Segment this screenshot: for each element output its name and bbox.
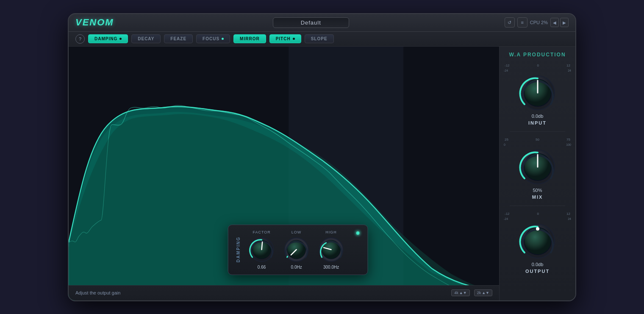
damping-led[interactable] xyxy=(356,231,360,235)
output-scale-far-left: -24 xyxy=(504,217,508,220)
output-scale-far-right: 24 xyxy=(568,217,571,220)
fft-2k-arrows: ▲▼ xyxy=(482,291,489,295)
tab-slope[interactable]: SLOPE xyxy=(305,34,334,43)
input-section: -12 0 12 -24 24 xyxy=(503,64,572,125)
tab-decay[interactable]: DECAY xyxy=(131,34,161,43)
top-right-controls: ↺ ≡ CPU 2% ◀ ▶ xyxy=(505,17,569,28)
tab-mirror-label: MIRROR xyxy=(240,36,260,41)
top-bar: VENOM Default ↺ ≡ CPU 2% ◀ ▶ xyxy=(69,14,575,32)
brand-label: W.A PRODUCTION xyxy=(509,52,566,58)
high-knob[interactable] xyxy=(318,236,345,263)
preset-display[interactable]: Default xyxy=(273,17,349,28)
right-panel: W.A PRODUCTION -12 0 12 -24 24 xyxy=(499,47,575,300)
mix-scale-0: 0 xyxy=(504,143,505,146)
output-section: -12 0 12 -24 24 xyxy=(503,212,572,274)
reset-button[interactable]: ↺ xyxy=(505,17,515,28)
fft-2k-button[interactable]: 2k ▲▼ xyxy=(474,289,492,296)
svg-line-4 xyxy=(262,242,263,250)
tab-pitch-dot xyxy=(293,38,295,40)
output-scale-right: 12 xyxy=(566,212,570,216)
help-button[interactable]: ? xyxy=(75,34,85,44)
high-knob-group: HIGH xyxy=(318,230,345,270)
output-value: 0.0db xyxy=(532,262,544,267)
fft-4k-arrows: ▲▼ xyxy=(459,291,467,295)
input-scale-far-left: -24 xyxy=(504,69,508,72)
mix-section: 25 50 75 0 100 xyxy=(503,138,572,200)
next-button[interactable]: ▶ xyxy=(560,18,569,27)
divider-2 xyxy=(510,206,565,206)
plugin-container: VENOM Default ↺ ≡ CPU 2% ◀ ▶ ? DAMPING D… xyxy=(68,13,576,301)
tab-damping[interactable]: DAMPING xyxy=(88,34,128,43)
tab-damping-dot xyxy=(119,38,122,40)
plugin-logo: VENOM xyxy=(75,17,114,28)
output-knob[interactable] xyxy=(519,222,557,260)
damping-panel: DAMPING FACTOR xyxy=(228,225,368,275)
tab-focus[interactable]: FOCUS xyxy=(196,34,230,43)
tab-mirror[interactable]: MIRROR xyxy=(233,34,266,43)
factor-label: FACTOR xyxy=(253,230,270,234)
factor-knob-group: FACTOR xyxy=(248,230,275,270)
module-tabs: ? DAMPING DECAY FEAZE FOCUS MIRROR PITCH… xyxy=(69,32,575,47)
low-value: 0.0Hz xyxy=(291,265,302,270)
tab-focus-label: FOCUS xyxy=(203,36,219,41)
tab-slope-label: SLOPE xyxy=(311,36,328,41)
input-value: 0.0db xyxy=(532,114,544,119)
fft-2k-label: 2k xyxy=(477,291,481,295)
prev-button[interactable]: ◀ xyxy=(550,18,559,27)
output-scale-mid: 0 xyxy=(537,212,539,216)
input-scale: -12 0 12 xyxy=(503,64,572,67)
tab-damping-label: DAMPING xyxy=(94,36,117,41)
mix-scale-75: 75 xyxy=(566,138,570,142)
preset-bar: Default xyxy=(122,17,500,28)
low-label: LOW xyxy=(291,230,302,234)
low-knob[interactable] xyxy=(283,236,310,263)
tab-pitch[interactable]: PITCH xyxy=(269,34,301,43)
input-scale-right: 12 xyxy=(566,64,570,67)
mix-scale-25: 25 xyxy=(505,138,508,142)
input-scale-mid: 0 xyxy=(537,64,539,67)
input-scale-left: -12 xyxy=(505,64,510,67)
tab-pitch-label: PITCH xyxy=(276,36,291,41)
input-label: INPUT xyxy=(528,120,547,125)
divider-1 xyxy=(510,131,565,132)
low-knob-group: LOW xyxy=(283,230,310,270)
tab-feaze[interactable]: FEAZE xyxy=(164,34,193,43)
mix-knob[interactable] xyxy=(519,148,557,186)
high-label: HIGH xyxy=(325,230,337,234)
fft-4k-button[interactable]: 4k ▲▼ xyxy=(451,289,469,296)
input-scale-far-right: 24 xyxy=(568,69,571,72)
output-scale-left: -12 xyxy=(505,212,510,216)
tab-decay-label: DECAY xyxy=(138,36,154,41)
mix-scale-100: 100 xyxy=(566,143,571,146)
main-content: 100 Hz 1 kHz 10 kHz -12 dB -24 dB -38 dB… xyxy=(69,47,575,300)
tab-feaze-label: FEAZE xyxy=(170,36,186,41)
damping-panel-title: DAMPING xyxy=(236,236,241,262)
input-knob[interactable] xyxy=(519,74,557,112)
bottom-bar: Adjust the output gain 4k ▲▼ 2k ▲▼ xyxy=(69,285,499,300)
mix-label: MIX xyxy=(532,195,543,200)
output-scale: -12 0 12 xyxy=(503,212,572,216)
tab-focus-dot xyxy=(222,38,224,40)
mix-scale-50: 50 xyxy=(536,138,539,142)
svg-point-18 xyxy=(524,228,551,255)
nav-arrows: ◀ ▶ xyxy=(550,18,569,27)
fft-4k-label: 4k xyxy=(454,291,458,295)
high-value: 300.0Hz xyxy=(323,265,339,270)
mix-value: 50% xyxy=(533,188,542,193)
mix-scale: 25 50 75 xyxy=(503,138,572,142)
factor-knob[interactable] xyxy=(248,236,275,263)
output-label: OUTPUT xyxy=(525,269,550,274)
spectrum-area: 100 Hz 1 kHz 10 kHz -12 dB -24 dB -38 dB… xyxy=(69,47,499,300)
fft-controls: 4k ▲▼ 2k ▲▼ xyxy=(451,289,492,296)
menu-button[interactable]: ≡ xyxy=(517,17,527,28)
cpu-label: CPU 2% xyxy=(530,20,548,25)
status-text: Adjust the output gain xyxy=(75,290,120,295)
svg-point-19 xyxy=(536,227,539,231)
factor-value: 0.66 xyxy=(258,265,266,270)
